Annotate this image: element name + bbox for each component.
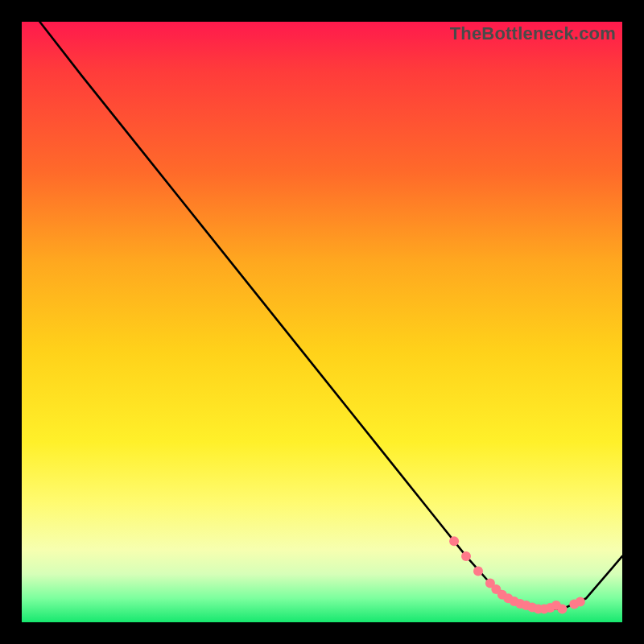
valley-marker-dot xyxy=(473,567,483,576)
valley-marker-dot xyxy=(461,551,471,561)
plot-area: TheBottleneck.com xyxy=(22,22,622,622)
valley-marker-dot xyxy=(557,605,567,614)
valley-marker-dot xyxy=(449,536,459,546)
valley-markers xyxy=(449,536,585,613)
chart-svg xyxy=(22,22,622,622)
valley-marker-dot xyxy=(576,597,585,607)
chart-frame: TheBottleneck.com xyxy=(0,0,644,644)
bottleneck-curve xyxy=(39,22,622,609)
